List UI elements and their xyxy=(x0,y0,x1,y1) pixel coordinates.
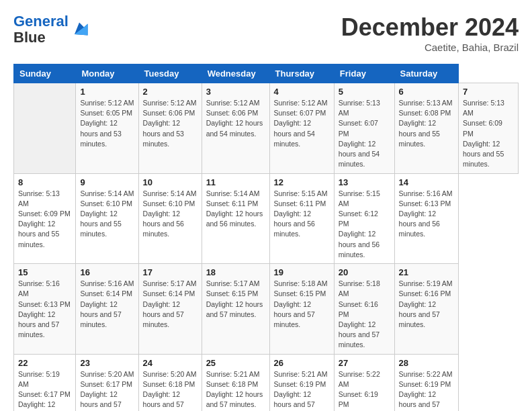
day-number: 5 xyxy=(339,87,390,97)
calendar-header-row: SundayMondayTuesdayWednesdayThursdayFrid… xyxy=(14,64,519,83)
day-number: 17 xyxy=(143,267,197,277)
day-detail: Sunrise: 5:22 AMSunset: 6:19 PMDaylight:… xyxy=(399,369,454,411)
day-detail: Sunrise: 5:17 AMSunset: 6:15 PMDaylight:… xyxy=(206,279,265,320)
day-detail: Sunrise: 5:13 AMSunset: 6:07 PMDaylight:… xyxy=(339,98,390,170)
calendar-week-3: 15Sunrise: 5:16 AMSunset: 6:13 PMDayligh… xyxy=(14,264,519,355)
calendar-cell: 1Sunrise: 5:12 AMSunset: 6:05 PMDaylight… xyxy=(76,83,138,174)
day-detail: Sunrise: 5:12 AMSunset: 6:07 PMDaylight:… xyxy=(274,98,330,149)
calendar-cell: 12Sunrise: 5:15 AMSunset: 6:11 PMDayligh… xyxy=(269,173,334,264)
calendar-cell: 14Sunrise: 5:16 AMSunset: 6:13 PMDayligh… xyxy=(394,173,458,264)
calendar-cell: 2Sunrise: 5:12 AMSunset: 6:06 PMDaylight… xyxy=(138,83,202,174)
day-number: 18 xyxy=(206,267,265,277)
day-detail: Sunrise: 5:14 AMSunset: 6:11 PMDaylight:… xyxy=(206,189,265,230)
calendar-cell: 23Sunrise: 5:20 AMSunset: 6:17 PMDayligh… xyxy=(76,354,138,411)
calendar-table: SundayMondayTuesdayWednesdayThursdayFrid… xyxy=(13,64,519,411)
calendar-cell: 8Sunrise: 5:13 AMSunset: 6:09 PMDaylight… xyxy=(14,173,76,264)
calendar-cell: 19Sunrise: 5:18 AMSunset: 6:15 PMDayligh… xyxy=(269,264,334,355)
day-number: 25 xyxy=(206,358,265,368)
calendar-cell: 3Sunrise: 5:12 AMSunset: 6:06 PMDaylight… xyxy=(202,83,269,174)
day-detail: Sunrise: 5:12 AMSunset: 6:05 PMDaylight:… xyxy=(80,98,134,149)
calendar-cell: 4Sunrise: 5:12 AMSunset: 6:07 PMDaylight… xyxy=(269,83,334,174)
logo: GeneralBlue xyxy=(13,13,89,46)
day-number: 27 xyxy=(339,358,390,368)
day-number: 20 xyxy=(339,267,390,277)
day-detail: Sunrise: 5:20 AMSunset: 6:18 PMDaylight:… xyxy=(143,369,197,411)
day-detail: Sunrise: 5:13 AMSunset: 6:09 PMDaylight:… xyxy=(463,98,514,170)
calendar-cell: 20Sunrise: 5:18 AMSunset: 6:16 PMDayligh… xyxy=(334,264,394,355)
day-detail: Sunrise: 5:20 AMSunset: 6:17 PMDaylight:… xyxy=(80,369,134,411)
day-detail: Sunrise: 5:17 AMSunset: 6:14 PMDaylight:… xyxy=(143,279,197,330)
day-number: 6 xyxy=(399,87,454,97)
logo-text: GeneralBlue xyxy=(13,13,69,46)
calendar-cell: 9Sunrise: 5:14 AMSunset: 6:10 PMDaylight… xyxy=(76,173,138,264)
calendar-cell: 24Sunrise: 5:20 AMSunset: 6:18 PMDayligh… xyxy=(138,354,202,411)
day-number: 10 xyxy=(143,177,197,187)
calendar-cell: 11Sunrise: 5:14 AMSunset: 6:11 PMDayligh… xyxy=(202,173,269,264)
logo-icon xyxy=(70,20,89,39)
month-title: December 2024 xyxy=(341,13,519,42)
calendar-cell: 25Sunrise: 5:21 AMSunset: 6:18 PMDayligh… xyxy=(202,354,269,411)
day-number: 14 xyxy=(399,177,454,187)
header-wednesday: Wednesday xyxy=(202,64,269,83)
day-detail: Sunrise: 5:14 AMSunset: 6:10 PMDaylight:… xyxy=(143,189,197,240)
day-number: 24 xyxy=(143,358,197,368)
day-detail: Sunrise: 5:15 AMSunset: 6:12 PMDaylight:… xyxy=(339,189,390,261)
header-tuesday: Tuesday xyxy=(138,64,202,83)
day-number: 15 xyxy=(18,267,71,277)
location: Caetite, Bahia, Brazil xyxy=(341,42,519,53)
calendar-week-2: 8Sunrise: 5:13 AMSunset: 6:09 PMDaylight… xyxy=(14,173,519,264)
day-number: 19 xyxy=(274,267,330,277)
day-detail: Sunrise: 5:15 AMSunset: 6:11 PMDaylight:… xyxy=(274,189,330,240)
day-detail: Sunrise: 5:14 AMSunset: 6:10 PMDaylight:… xyxy=(80,189,134,240)
day-number: 22 xyxy=(18,358,71,368)
day-number: 16 xyxy=(80,267,134,277)
calendar-cell: 21Sunrise: 5:19 AMSunset: 6:16 PMDayligh… xyxy=(394,264,458,355)
calendar-cell: 28Sunrise: 5:22 AMSunset: 6:19 PMDayligh… xyxy=(394,354,458,411)
day-number: 28 xyxy=(399,358,454,368)
day-number: 23 xyxy=(80,358,134,368)
day-detail: Sunrise: 5:13 AMSunset: 6:09 PMDaylight:… xyxy=(18,189,71,250)
header-sunday: Sunday xyxy=(14,64,76,83)
calendar-cell: 27Sunrise: 5:22 AMSunset: 6:19 PMDayligh… xyxy=(334,354,394,411)
header-saturday: Saturday xyxy=(394,64,458,83)
day-number: 21 xyxy=(399,267,454,277)
calendar-cell: 22Sunrise: 5:19 AMSunset: 6:17 PMDayligh… xyxy=(14,354,76,411)
day-detail: Sunrise: 5:12 AMSunset: 6:06 PMDaylight:… xyxy=(206,98,265,139)
calendar-week-1: 1Sunrise: 5:12 AMSunset: 6:05 PMDaylight… xyxy=(14,83,519,174)
day-number: 1 xyxy=(80,87,134,97)
day-detail: Sunrise: 5:16 AMSunset: 6:13 PMDaylight:… xyxy=(399,189,454,240)
calendar-cell: 6Sunrise: 5:13 AMSunset: 6:08 PMDaylight… xyxy=(394,83,458,174)
day-detail: Sunrise: 5:12 AMSunset: 6:06 PMDaylight:… xyxy=(143,98,197,149)
calendar-cell: 5Sunrise: 5:13 AMSunset: 6:07 PMDaylight… xyxy=(334,83,394,174)
calendar-cell: 15Sunrise: 5:16 AMSunset: 6:13 PMDayligh… xyxy=(14,264,76,355)
calendar-cell: 26Sunrise: 5:21 AMSunset: 6:19 PMDayligh… xyxy=(269,354,334,411)
calendar-cell: 13Sunrise: 5:15 AMSunset: 6:12 PMDayligh… xyxy=(334,173,394,264)
day-number: 3 xyxy=(206,87,265,97)
calendar-cell: 17Sunrise: 5:17 AMSunset: 6:14 PMDayligh… xyxy=(138,264,202,355)
header-thursday: Thursday xyxy=(269,64,334,83)
title-block: December 2024 Caetite, Bahia, Brazil xyxy=(341,13,519,53)
day-number: 7 xyxy=(463,87,514,97)
header-monday: Monday xyxy=(76,64,138,83)
page-header: GeneralBlue December 2024 Caetite, Bahia… xyxy=(13,13,519,53)
day-number: 2 xyxy=(143,87,197,97)
day-number: 13 xyxy=(339,177,390,187)
day-detail: Sunrise: 5:22 AMSunset: 6:19 PMDaylight:… xyxy=(339,369,390,411)
calendar-cell xyxy=(14,83,76,174)
calendar-cell: 18Sunrise: 5:17 AMSunset: 6:15 PMDayligh… xyxy=(202,264,269,355)
day-number: 9 xyxy=(80,177,134,187)
day-detail: Sunrise: 5:13 AMSunset: 6:08 PMDaylight:… xyxy=(399,98,454,149)
day-number: 11 xyxy=(206,177,265,187)
calendar-week-4: 22Sunrise: 5:19 AMSunset: 6:17 PMDayligh… xyxy=(14,354,519,411)
day-number: 26 xyxy=(274,358,330,368)
day-number: 12 xyxy=(274,177,330,187)
day-detail: Sunrise: 5:19 AMSunset: 6:17 PMDaylight:… xyxy=(18,369,71,411)
day-number: 8 xyxy=(18,177,71,187)
day-detail: Sunrise: 5:21 AMSunset: 6:18 PMDaylight:… xyxy=(206,369,265,410)
day-detail: Sunrise: 5:19 AMSunset: 6:16 PMDaylight:… xyxy=(399,279,454,330)
day-detail: Sunrise: 5:18 AMSunset: 6:15 PMDaylight:… xyxy=(274,279,330,330)
day-detail: Sunrise: 5:16 AMSunset: 6:13 PMDaylight:… xyxy=(18,279,71,340)
calendar-cell: 16Sunrise: 5:16 AMSunset: 6:14 PMDayligh… xyxy=(76,264,138,355)
header-friday: Friday xyxy=(334,64,394,83)
day-detail: Sunrise: 5:18 AMSunset: 6:16 PMDaylight:… xyxy=(339,279,390,351)
